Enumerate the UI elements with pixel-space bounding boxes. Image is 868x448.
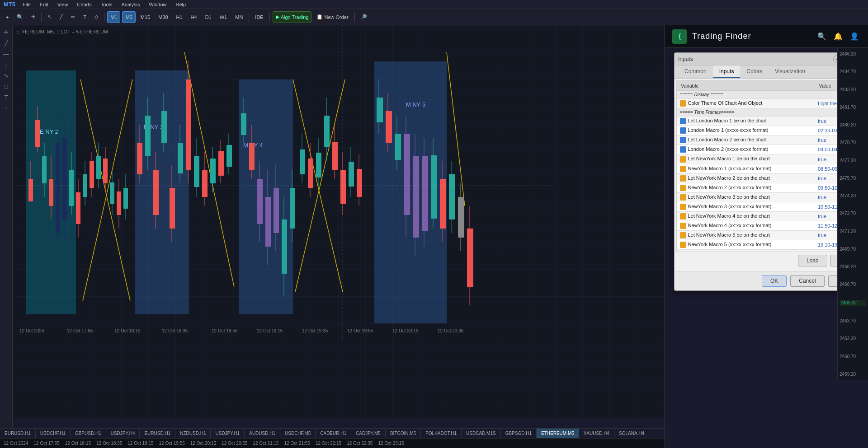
ok-btn[interactable]: OK bbox=[762, 275, 787, 287]
zoom-out-btn[interactable]: 🔎 bbox=[358, 11, 370, 23]
var-row-6[interactable]: London Macro 2 (xx:xx-xx:xx format)04:03… bbox=[677, 145, 861, 154]
chart-tab-audusd-h1[interactable]: AUDUSD.H1 bbox=[245, 429, 280, 439]
text-tool[interactable]: T bbox=[1, 92, 11, 102]
price-2478: 2478.70 bbox=[840, 140, 866, 145]
svg-rect-72 bbox=[308, 159, 313, 188]
line-btn[interactable]: ╱ bbox=[57, 11, 66, 23]
var-row-12[interactable]: NewYork Macro 3 (xx:xx-xx:xx format)10:5… bbox=[677, 202, 861, 211]
rect-tool[interactable]: □ bbox=[1, 81, 11, 91]
indicators-btn[interactable]: IDE bbox=[252, 11, 266, 23]
chart-tab-gbpsgd-h1[interactable]: GBPSGD.H1 bbox=[501, 429, 537, 439]
tab-common[interactable]: Common bbox=[678, 65, 713, 78]
menu-view[interactable]: View bbox=[56, 1, 70, 8]
tab-inputs[interactable]: Inputs bbox=[713, 65, 741, 78]
var-row-3[interactable]: Let London Macro 1 be on the charttrue bbox=[677, 117, 861, 126]
chart-tab-solana-h4[interactable]: SOLANA.H4 bbox=[614, 429, 649, 439]
price-2477: 2477.20 bbox=[840, 158, 866, 163]
var-icon-orange bbox=[680, 194, 686, 201]
load-btn[interactable]: Load bbox=[798, 255, 827, 266]
fib-tool[interactable]: ∿ bbox=[1, 70, 11, 80]
text-btn[interactable]: T bbox=[80, 11, 90, 23]
tf-m1[interactable]: M1 bbox=[107, 11, 120, 23]
trading-finder-header: ⟨ Trading Finder 🔍 🔔 👤 bbox=[665, 25, 868, 48]
chart-tab-usdcad-m1s[interactable]: USDCAD.M1S bbox=[462, 429, 501, 439]
chart-tab-bitcoin-m5[interactable]: BITCOIN.M5 bbox=[386, 429, 421, 439]
chart-tab-nzdusd-h1[interactable]: NZDUSD.H1 bbox=[175, 429, 211, 439]
crosshair-btn[interactable]: ✛ bbox=[28, 11, 38, 23]
var-icon-orange bbox=[680, 185, 686, 191]
menu-file[interactable]: File bbox=[21, 1, 33, 8]
var-row-16[interactable]: NewYork Macro 5 (xx:xx-xx:xx format)13:1… bbox=[677, 240, 861, 250]
var-section-0: ===== Display ===== bbox=[677, 91, 861, 99]
tf-m30[interactable]: M30 bbox=[155, 11, 171, 23]
var-row-4[interactable]: London Macro 1 (xx:xx-xx:xx format)02:33… bbox=[677, 126, 861, 135]
var-row-14[interactable]: NewYork Macro 4 (xx:xx-xx:xx format)11:5… bbox=[677, 221, 861, 231]
var-row-13[interactable]: Let NewYork Macro 4 be on the charttrue bbox=[677, 212, 861, 221]
var-row-11[interactable]: Let NewYork Macro 3 be on the charttrue bbox=[677, 192, 861, 202]
tab-colors[interactable]: Colors bbox=[740, 65, 769, 78]
chart-tab-ethereum-m5[interactable]: ETHEREUM.M5 bbox=[537, 429, 579, 439]
price-2474: 2474.20 bbox=[840, 193, 866, 198]
tf-h4[interactable]: H4 bbox=[188, 11, 200, 23]
chart-tab-polkadot-h1[interactable]: POLKADOT.H1 bbox=[421, 429, 462, 439]
svg-rect-52 bbox=[218, 151, 224, 176]
var-row-9[interactable]: Let NewYork Macro 2 be on the charttrue bbox=[677, 173, 861, 183]
vline-tool[interactable]: | bbox=[1, 60, 11, 70]
tf-m15[interactable]: M15 bbox=[137, 11, 153, 23]
dialog-footer: OK Cancel Reset bbox=[675, 271, 863, 290]
crosshair-tool[interactable]: ✛ bbox=[1, 27, 11, 37]
var-row-7[interactable]: Let NewYork Macro 1 be on the charttrue bbox=[677, 154, 861, 164]
pen-btn[interactable]: ✏ bbox=[68, 11, 78, 23]
menu-charts[interactable]: Charts bbox=[75, 1, 93, 8]
chart-tab-eurusd-h1[interactable]: EURUSD.H1 bbox=[140, 429, 175, 439]
tf-notification-btn[interactable]: 🔔 bbox=[832, 30, 844, 42]
tf-h1[interactable]: H1 bbox=[173, 11, 186, 23]
new-chart-btn[interactable]: + bbox=[3, 11, 12, 23]
price-scale: 2486.20 2484.70 2483.20 2481.70 2480.20 … bbox=[837, 48, 868, 380]
chart-tab-eurusd-h1[interactable]: EURUSD.H1 bbox=[0, 429, 36, 439]
menu-help[interactable]: Help bbox=[174, 1, 188, 8]
tf-search-btn[interactable]: 🔍 bbox=[816, 30, 828, 42]
tf-profile-btn[interactable]: 👤 bbox=[848, 30, 861, 42]
chart-tab-usdchf-m5[interactable]: USDCHF.M5 bbox=[280, 429, 316, 439]
shapes-btn[interactable]: ◇ bbox=[91, 11, 101, 23]
cancel-btn[interactable]: Cancel bbox=[790, 275, 824, 287]
chart-tab-usdjpy-h4[interactable]: USDJPY.H4 bbox=[106, 429, 140, 439]
tf-mn[interactable]: MN bbox=[232, 11, 246, 23]
svg-rect-74 bbox=[316, 153, 321, 177]
tf-w1[interactable]: W1 bbox=[217, 11, 231, 23]
menu-tools[interactable]: Tools bbox=[99, 1, 114, 8]
zoom-in-btn[interactable]: 🔍 bbox=[14, 11, 26, 23]
svg-rect-70 bbox=[300, 149, 305, 174]
chart-tab-usdchf-h1[interactable]: USDCHF.H1 bbox=[36, 429, 71, 439]
hline-tool[interactable]: — bbox=[1, 49, 11, 59]
tab-visualization[interactable]: Visualization bbox=[769, 65, 811, 78]
line-tool[interactable]: ╱ bbox=[1, 38, 11, 48]
svg-rect-66 bbox=[282, 219, 287, 274]
new-order-btn[interactable]: 📋 New Order bbox=[313, 11, 351, 23]
menu-analysis[interactable]: Analysis bbox=[119, 1, 142, 8]
var-row-8[interactable]: NewYork Macro 1 (xx:xx-xx:xx format)08:5… bbox=[677, 164, 861, 173]
chart-header: ETHEREUM, M5: 1 LOT = 5 ETHEREUM bbox=[16, 29, 108, 34]
var-row-10[interactable]: NewYork Macro 2 (xx:xx-xx:xx format)09:5… bbox=[677, 183, 861, 192]
chart-tab-cadjpy-m5[interactable]: CADJPY.M5 bbox=[351, 429, 386, 439]
status-time-3: 12 Oct 18:15 bbox=[65, 441, 91, 446]
sep2 bbox=[104, 13, 104, 22]
var-row-1[interactable]: Color Theme Of Chart And ObjectLight the… bbox=[677, 99, 861, 108]
var-row-5[interactable]: Let London Macro 2 be on the charttrue bbox=[677, 135, 861, 145]
tf-d1[interactable]: D1 bbox=[202, 11, 215, 23]
algo-trading-btn[interactable]: ▶ Algo Trading bbox=[273, 11, 312, 23]
variables-table-wrapper[interactable]: Variable Value ===== Display =====Color … bbox=[676, 80, 861, 252]
arrow-tool[interactable]: ↑ bbox=[1, 103, 11, 113]
chart-tab-xauusd-h4[interactable]: XAUUSD.H4 bbox=[579, 429, 614, 439]
var-row-15[interactable]: Let NewYork Macro 5 be on the charttrue bbox=[677, 231, 861, 240]
chart-tab-cadeur-h1[interactable]: CADEUR.H1 bbox=[316, 429, 351, 439]
menu-window[interactable]: Window bbox=[147, 1, 168, 8]
chart-tab-gbpusd-h1[interactable]: GBPUSD.H1 bbox=[71, 429, 106, 439]
chart-tab-usdjpy-h1[interactable]: USDJPY.H1 bbox=[211, 429, 245, 439]
cursor-btn[interactable]: ↖ bbox=[44, 11, 55, 23]
menu-edit[interactable]: Edit bbox=[38, 1, 50, 8]
tf-m5[interactable]: M5 bbox=[122, 11, 135, 23]
var-section-2: ===== Time Frames===== bbox=[677, 108, 861, 117]
svg-text:12 Oct 19:15: 12 Oct 19:15 bbox=[257, 328, 283, 333]
